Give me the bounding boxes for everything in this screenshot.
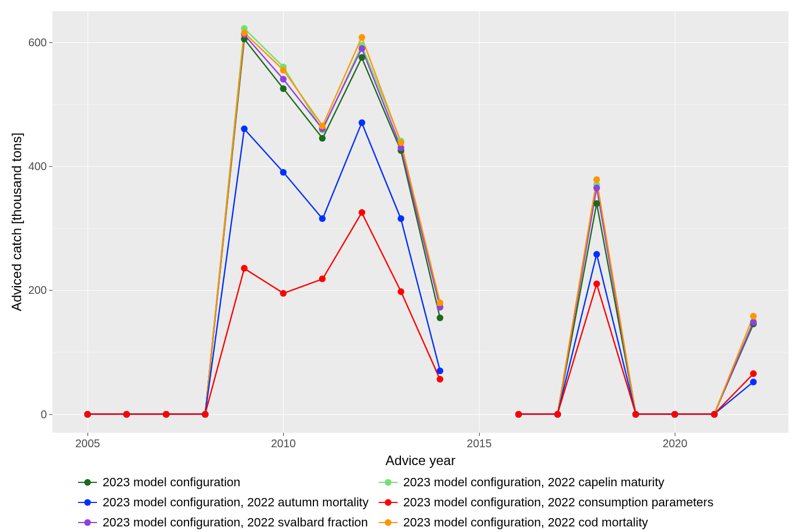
series-line bbox=[88, 123, 440, 414]
data-point bbox=[671, 411, 678, 418]
series-line bbox=[88, 35, 440, 414]
data-point bbox=[398, 139, 404, 146]
data-point bbox=[280, 169, 287, 176]
x-tick-label: 2015 bbox=[467, 437, 492, 450]
data-point bbox=[593, 200, 600, 207]
legend-item: 2023 model configuration, 2022 autumn mo… bbox=[78, 495, 369, 510]
data-point bbox=[123, 411, 130, 418]
data-point bbox=[437, 367, 443, 374]
data-point bbox=[359, 209, 365, 216]
data-point bbox=[280, 85, 287, 92]
data-point bbox=[280, 290, 287, 297]
series-line bbox=[519, 185, 753, 414]
series-line bbox=[519, 180, 753, 414]
data-point bbox=[84, 411, 91, 418]
data-point bbox=[359, 34, 365, 41]
data-point bbox=[750, 313, 757, 320]
data-point bbox=[319, 135, 326, 142]
legend-swatch bbox=[379, 522, 398, 523]
data-point bbox=[398, 288, 404, 295]
legend-item: 2023 model configuration bbox=[78, 475, 369, 490]
data-point bbox=[319, 275, 326, 282]
data-point bbox=[750, 319, 757, 326]
data-point bbox=[319, 215, 326, 222]
y-tick-label: 600 bbox=[13, 36, 47, 49]
data-point bbox=[241, 265, 248, 272]
y-tick-label: 0 bbox=[13, 408, 47, 420]
data-point bbox=[437, 376, 443, 383]
x-axis-label: Advice year bbox=[385, 453, 455, 468]
data-point bbox=[163, 411, 170, 418]
series-line bbox=[519, 284, 753, 414]
series-line bbox=[519, 188, 753, 414]
series-line bbox=[519, 254, 753, 414]
data-point bbox=[280, 76, 287, 83]
data-point bbox=[437, 315, 443, 321]
x-tick-label: 2010 bbox=[271, 437, 296, 450]
legend-label: 2023 model configuration bbox=[103, 475, 240, 490]
series-line bbox=[519, 204, 753, 414]
y-axis-label: Adviced catch [thousand tons] bbox=[9, 133, 25, 311]
legend-label: 2023 model configuration, 2022 autumn mo… bbox=[103, 495, 369, 510]
data-point bbox=[554, 411, 561, 418]
legend-item: 2023 model configuration, 2022 cod morta… bbox=[379, 515, 713, 530]
legend-item: 2023 model configuration, 2022 svalbard … bbox=[78, 515, 369, 530]
data-point bbox=[593, 280, 600, 287]
data-point bbox=[515, 411, 522, 418]
series-line bbox=[88, 33, 440, 414]
legend-label: 2023 model configuration, 2022 consumpti… bbox=[403, 495, 713, 510]
legend-swatch bbox=[78, 502, 97, 503]
data-point bbox=[437, 299, 443, 306]
series-line bbox=[88, 28, 440, 414]
legend-label: 2023 model configuration, 2022 capelin m… bbox=[403, 475, 664, 490]
data-point bbox=[711, 411, 718, 418]
data-point bbox=[593, 185, 600, 191]
data-point bbox=[398, 215, 404, 222]
legend: 2023 model configuration2023 model confi… bbox=[78, 475, 713, 530]
legend-swatch bbox=[78, 482, 97, 483]
legend-swatch bbox=[379, 482, 398, 483]
chart-lines-layer bbox=[0, 0, 798, 532]
data-point bbox=[241, 125, 248, 132]
data-point bbox=[750, 370, 757, 377]
legend-swatch bbox=[379, 502, 398, 503]
series-line bbox=[88, 212, 440, 414]
data-point bbox=[319, 123, 326, 129]
legend-label: 2023 model configuration, 2022 cod morta… bbox=[403, 515, 648, 530]
data-point bbox=[359, 54, 365, 61]
x-tick-label: 2020 bbox=[662, 437, 688, 450]
data-point bbox=[632, 411, 639, 418]
data-point bbox=[202, 411, 209, 418]
series-line bbox=[88, 39, 440, 414]
legend-item: 2023 model configuration, 2022 capelin m… bbox=[379, 475, 713, 490]
legend-item: 2023 model configuration, 2022 consumpti… bbox=[379, 495, 713, 510]
x-tick-label: 2005 bbox=[75, 437, 100, 450]
data-point bbox=[241, 30, 248, 36]
data-point bbox=[359, 119, 365, 126]
data-point bbox=[280, 67, 287, 74]
legend-label: 2023 model configuration, 2022 svalbard … bbox=[103, 515, 368, 530]
legend-swatch bbox=[78, 522, 97, 523]
data-point bbox=[593, 176, 600, 183]
data-point bbox=[593, 251, 600, 258]
data-point bbox=[359, 45, 365, 52]
data-point bbox=[750, 379, 757, 385]
